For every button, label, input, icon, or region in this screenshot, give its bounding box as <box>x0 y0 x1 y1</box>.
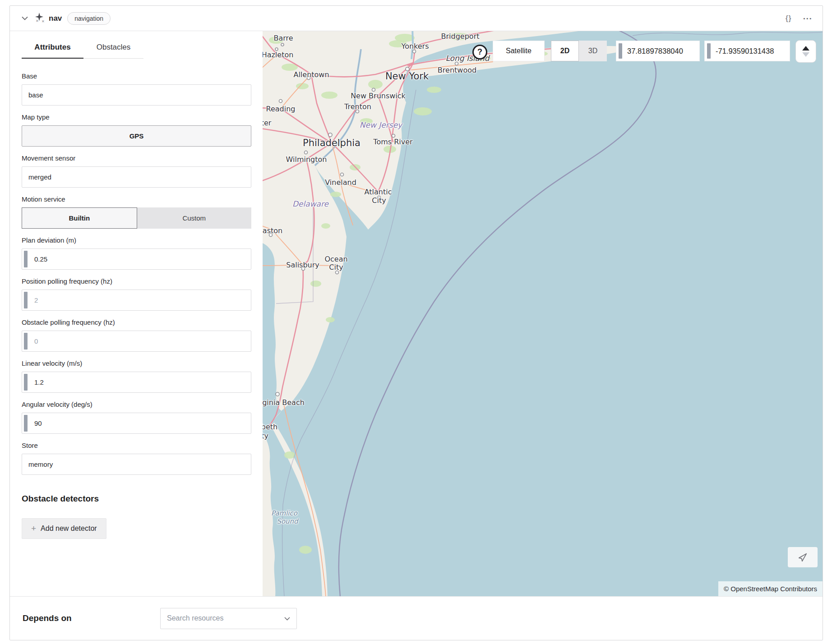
map-label-new-brunswick: New Brunswick <box>351 92 406 100</box>
panel-tabs: Attributes Obstacles <box>22 39 143 59</box>
map-label-ginia-beach: ginia Beach <box>263 398 305 407</box>
plan-deviation-input[interactable] <box>22 248 251 270</box>
number-drag-handle[interactable] <box>24 415 28 432</box>
navigation-service-icon: ✕ ✕ <box>34 12 45 25</box>
map-mode-toggle: 2D 3D <box>551 41 607 61</box>
depends-on-select[interactable]: Search resources <box>160 608 297 629</box>
card-header: ✕ ✕ nav navigation {} ••• <box>10 6 823 31</box>
tab-obstacles[interactable]: Obstacles <box>83 39 143 58</box>
obstacle-detectors-heading: Obstacle detectors <box>22 494 251 504</box>
map-label-city: City <box>329 263 343 271</box>
latitude-input[interactable] <box>616 41 699 61</box>
movement-sensor-label: Movement sensor <box>22 154 251 162</box>
angular-velocity-input[interactable] <box>22 413 251 434</box>
map-label-reading: Reading <box>266 105 296 113</box>
resource-card: ✕ ✕ nav navigation {} ••• Attributes Obs… <box>9 5 823 640</box>
number-drag-handle[interactable] <box>24 251 28 267</box>
map-label-philadelphia: Philadelphia <box>303 138 361 148</box>
depends-on-placeholder: Search resources <box>167 614 223 622</box>
map-label-yonkers: Yonkers <box>401 42 429 51</box>
map-label-atlantic: Atlantic <box>365 188 392 196</box>
sort-arrows-button[interactable] <box>795 40 816 63</box>
arrow-down-icon <box>802 52 809 57</box>
chevron-down-icon[interactable] <box>20 14 30 23</box>
store-label: Store <box>22 442 251 449</box>
number-drag-handle[interactable] <box>707 43 711 59</box>
plus-icon: + <box>31 524 36 534</box>
linear-velocity-input[interactable] <box>22 372 251 393</box>
resource-title: nav <box>49 14 62 23</box>
svg-text:✕: ✕ <box>36 19 39 23</box>
map-label-bridgeport: Bridgeport <box>441 32 480 41</box>
add-detector-label: Add new detector <box>41 524 97 533</box>
map-label-toms-river: Toms River <box>373 138 412 146</box>
depends-on-heading: Depends on <box>23 613 160 623</box>
map-label-allentown: Allentown <box>293 70 329 79</box>
code-braces-icon[interactable]: {} <box>786 14 791 23</box>
map-label-beth: beth <box>263 423 277 431</box>
map-label-delaware: Delaware <box>292 199 328 208</box>
angular-velocity-label: Angular velocity (deg/s) <box>22 400 251 408</box>
recenter-button[interactable] <box>788 547 818 567</box>
mode-3d-button[interactable]: 3D <box>579 41 607 61</box>
map-label-city: City <box>372 196 386 205</box>
map-label-pamlico: Pamlico <box>271 509 297 517</box>
longitude-input[interactable] <box>705 41 790 61</box>
map-label-ty: ty <box>263 432 268 440</box>
plan-deviation-label: Plan deviation (m) <box>22 236 251 244</box>
map-label-new-jersey: New Jersey <box>360 120 402 129</box>
map-label-ter: ter <box>263 119 271 127</box>
motion-service-segment: Builtin Custom <box>22 207 251 229</box>
map-label-salisbury: Salisbury <box>286 261 319 269</box>
number-drag-handle[interactable] <box>24 333 28 350</box>
resource-type-badge: navigation <box>67 12 111 25</box>
arrow-up-icon <box>802 46 809 51</box>
obstacle-polling-input[interactable] <box>22 331 251 352</box>
map-attribution: © OpenStreetMap Contributors <box>718 581 823 596</box>
map-label-brentwood: Brentwood <box>438 66 476 74</box>
svg-text:✕: ✕ <box>42 19 45 23</box>
add-detector-button[interactable]: + Add new detector <box>22 518 106 539</box>
motion-service-builtin-option[interactable]: Builtin <box>22 207 137 229</box>
chevron-down-icon <box>284 614 290 622</box>
position-polling-label: Position polling frequency (hz) <box>22 277 251 285</box>
map-tiles <box>263 31 823 596</box>
number-drag-handle[interactable] <box>24 374 28 391</box>
help-icon[interactable]: ? <box>472 45 487 60</box>
obstacle-polling-label: Obstacle polling frequency (hz) <box>22 318 251 326</box>
map-type-label: Map type <box>22 113 251 121</box>
number-drag-handle[interactable] <box>619 43 622 59</box>
map-label-sound: Sound <box>277 517 298 525</box>
navigate-arrow-icon <box>797 552 808 563</box>
position-polling-input[interactable] <box>22 290 251 311</box>
map-label-hazleton: Hazleton <box>263 51 293 59</box>
map-view[interactable]: BarreHazletonAllentownReadingterBridgepo… <box>263 31 823 596</box>
movement-sensor-input[interactable] <box>22 166 251 188</box>
tab-attributes[interactable]: Attributes <box>22 39 83 59</box>
map-label-trenton: Trenton <box>344 102 371 111</box>
motion-service-custom-option[interactable]: Custom <box>137 207 252 229</box>
map-label-vineland: Vineland <box>325 178 356 187</box>
latitude-field <box>616 41 700 61</box>
store-input[interactable] <box>22 454 251 475</box>
map-label-wilmington: Wilmington <box>286 155 327 164</box>
base-label: Base <box>22 72 251 80</box>
linear-velocity-label: Linear velocity (m/s) <box>22 359 251 367</box>
config-panel: Attributes Obstacles Base Map type GPS M… <box>10 31 263 596</box>
map-label-aston: aston <box>263 226 282 235</box>
map-label-ocean: Ocean <box>324 255 347 263</box>
motion-service-label: Motion service <box>22 195 251 203</box>
card-main: Attributes Obstacles Base Map type GPS M… <box>10 31 823 596</box>
depends-on-row: Depends on Search resources <box>10 596 823 640</box>
mode-2d-button[interactable]: 2D <box>551 41 579 61</box>
satellite-button[interactable]: Satellite <box>493 41 545 61</box>
base-input[interactable] <box>22 84 251 106</box>
map-type-gps-button[interactable]: GPS <box>22 125 251 147</box>
map-label-barre: Barre <box>273 34 293 42</box>
number-drag-handle[interactable] <box>24 292 28 308</box>
longitude-field <box>704 41 790 61</box>
ellipsis-menu-icon[interactable]: ••• <box>803 16 813 21</box>
map-label-new-york: New York <box>385 71 429 82</box>
